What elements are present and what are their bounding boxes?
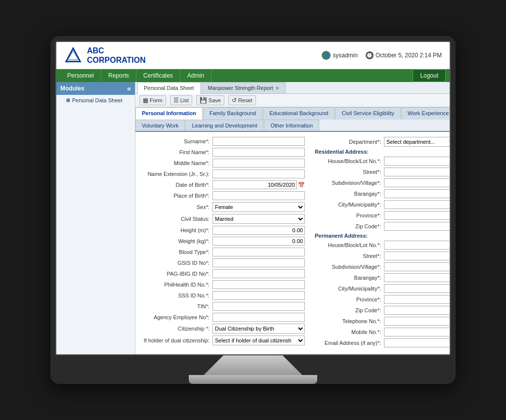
nav-personnel[interactable]: Personnel bbox=[60, 69, 101, 82]
input-place-of-birth[interactable] bbox=[212, 191, 305, 200]
row-blood-type: Blood Type*: bbox=[143, 248, 305, 256]
input-res-province[interactable] bbox=[384, 211, 451, 220]
input-agency-employee[interactable] bbox=[212, 313, 305, 322]
input-surname[interactable] bbox=[212, 137, 305, 146]
input-perm-house[interactable] bbox=[384, 241, 451, 250]
input-res-street[interactable] bbox=[384, 168, 451, 176]
input-name-extension[interactable] bbox=[212, 169, 305, 178]
input-perm-city[interactable] bbox=[384, 284, 451, 293]
nav-certificates[interactable]: Certificates bbox=[136, 69, 180, 82]
datetime: October 5, 2020 2:14 PM bbox=[376, 52, 442, 59]
sidebar-title: Modules bbox=[60, 85, 84, 92]
row-res-house: House/Block/Lot No.*: bbox=[315, 157, 451, 166]
input-telephone[interactable] bbox=[384, 317, 451, 326]
select-citizenship[interactable]: Filipino Dual Citizenship by Birth Dual … bbox=[212, 324, 305, 334]
input-pagibig[interactable] bbox=[212, 269, 305, 278]
label-telephone: Telephone No.*: bbox=[315, 318, 384, 324]
form-tab-learning-and-development[interactable]: Learning and Development bbox=[185, 120, 263, 131]
label-dual-citizenship: If holder of dual citizenship: bbox=[143, 337, 212, 343]
input-perm-province[interactable] bbox=[384, 295, 451, 304]
collapse-button[interactable]: « bbox=[127, 84, 131, 92]
form-tab-other-information[interactable]: Other Information bbox=[264, 120, 319, 131]
form-tab-family-background[interactable]: Family Background bbox=[203, 107, 262, 120]
date-info: 🕐 October 5, 2020 2:14 PM bbox=[366, 51, 442, 59]
form-tab-work-experience[interactable]: Work Experience bbox=[401, 107, 451, 120]
input-date-of-birth[interactable] bbox=[212, 180, 297, 189]
input-first-name[interactable] bbox=[212, 148, 305, 157]
row-res-subdivision: Subdivision/Village*: bbox=[315, 178, 451, 187]
row-pagibig: PAG-IBIG ID No*: bbox=[143, 269, 305, 278]
label-department: Department*: bbox=[315, 139, 384, 145]
label-res-subdivision: Subdivision/Village*: bbox=[315, 180, 384, 186]
input-middle-name[interactable] bbox=[212, 159, 305, 168]
nav-admin[interactable]: Admin bbox=[180, 69, 211, 82]
tab-close-icon[interactable]: ✕ bbox=[275, 85, 279, 91]
input-res-barangay[interactable] bbox=[384, 189, 451, 198]
reset-icon: ↺ bbox=[232, 97, 237, 104]
select-dual-citizenship[interactable]: Select if holder of dual citizensh bbox=[212, 336, 305, 345]
label-weight: Weight (kg)*: bbox=[143, 238, 212, 244]
input-res-city[interactable] bbox=[384, 200, 451, 209]
select-civil-status[interactable]: Single Married Widowed Separated bbox=[212, 214, 305, 224]
select-department[interactable]: Select department... bbox=[384, 137, 451, 147]
form-tabs: Personal Information Family Background E… bbox=[135, 107, 451, 132]
input-weight[interactable] bbox=[212, 237, 305, 246]
label-res-city: City/Municipality*: bbox=[315, 202, 384, 208]
input-gsis[interactable] bbox=[212, 258, 305, 267]
nav-reports[interactable]: Reports bbox=[101, 69, 136, 82]
row-perm-province: Province*: bbox=[315, 295, 451, 304]
label-sss: SSS ID No.*: bbox=[143, 293, 212, 298]
row-res-city: City/Municipality*: bbox=[315, 200, 451, 209]
input-height[interactable] bbox=[212, 226, 305, 235]
calendar-icon[interactable]: 📅 bbox=[298, 182, 305, 188]
input-perm-barangay[interactable] bbox=[384, 273, 451, 282]
select-sex[interactable]: Male Female bbox=[212, 202, 305, 212]
input-res-subdivision[interactable] bbox=[384, 178, 451, 187]
input-res-zipcode[interactable] bbox=[384, 222, 451, 231]
form-tab-voluntary-work[interactable]: Voluntary Work bbox=[135, 120, 185, 131]
input-tin[interactable] bbox=[212, 302, 305, 311]
tab-manpower-strength-report[interactable]: Manpower Strength Report ✕ bbox=[202, 82, 286, 93]
label-res-province: Province*: bbox=[315, 212, 384, 218]
input-email[interactable] bbox=[384, 338, 451, 347]
sidebar-item-personal-data-sheet[interactable]: Personal Data Sheet bbox=[56, 95, 135, 106]
list-button[interactable]: ☰ List bbox=[170, 95, 192, 105]
row-perm-street: Street*: bbox=[315, 252, 451, 260]
form-button[interactable]: ▦ Form bbox=[139, 95, 166, 105]
form-left: Surname*: First Name*: Middle Name*: bbox=[143, 137, 305, 349]
reset-button[interactable]: ↺ Reset bbox=[228, 95, 256, 105]
form-label: Form bbox=[150, 97, 163, 103]
row-first-name: First Name*: bbox=[143, 148, 305, 157]
row-email: Email Address (if any)*: bbox=[315, 338, 451, 347]
input-sss[interactable] bbox=[212, 291, 305, 300]
label-perm-province: Province*: bbox=[315, 296, 384, 302]
row-place-of-birth: Place of Birth*: bbox=[143, 191, 305, 200]
input-blood-type[interactable] bbox=[212, 248, 305, 256]
label-perm-barangay: Barangay*: bbox=[315, 275, 384, 281]
label-tin: TIN*: bbox=[143, 303, 212, 309]
row-weight: Weight (kg)*: bbox=[143, 237, 305, 246]
row-middle-name: Middle Name*: bbox=[143, 159, 305, 168]
input-res-house[interactable] bbox=[384, 157, 451, 166]
save-label: Save bbox=[209, 97, 221, 103]
input-perm-subdivision[interactable] bbox=[384, 262, 451, 271]
label-height: Height (m)*: bbox=[143, 227, 212, 233]
form-tab-civil-service-eligibility[interactable]: Civil Service Eligibility bbox=[335, 107, 400, 120]
form-tab-educational-background[interactable]: Educational Background bbox=[263, 107, 335, 120]
form-tab-personal-information[interactable]: Personal Information bbox=[135, 107, 203, 120]
permanent-address-title: Permanent Address: bbox=[315, 233, 451, 239]
tab-bar: Personal Data Sheet Manpower Strength Re… bbox=[135, 82, 451, 94]
input-philhealth[interactable] bbox=[212, 280, 305, 289]
nav-bar: Personnel Reports Certificates Admin Log… bbox=[56, 69, 450, 82]
logout-button[interactable]: Logout bbox=[413, 69, 446, 82]
input-perm-street[interactable] bbox=[384, 252, 451, 260]
save-button[interactable]: 💾 Save bbox=[196, 95, 224, 105]
input-mobile[interactable] bbox=[384, 328, 451, 336]
monitor-base bbox=[189, 375, 317, 384]
label-agency-employee: Agency Employee No*: bbox=[143, 314, 212, 320]
row-perm-house: House/Block/Lot No.*: bbox=[315, 241, 451, 250]
label-perm-street: Street*: bbox=[315, 253, 384, 259]
input-perm-zipcode[interactable] bbox=[384, 306, 451, 315]
tab-personal-data-sheet[interactable]: Personal Data Sheet bbox=[137, 82, 201, 94]
user-info: 👤 sysadmin bbox=[322, 51, 358, 60]
